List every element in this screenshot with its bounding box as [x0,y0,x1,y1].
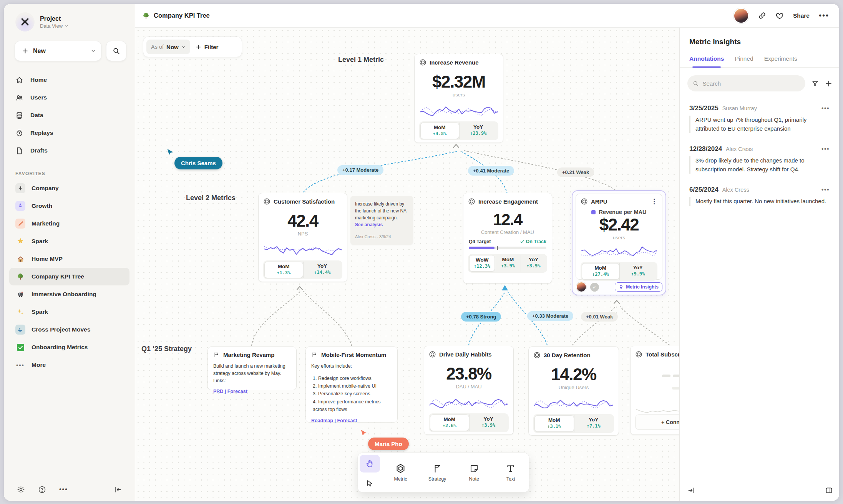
annotations-search[interactable] [687,75,805,91]
metric-value: 12.4 [468,211,547,229]
tool-strategy[interactable]: Strategy [419,453,456,492]
sidebar-search-button[interactable] [106,41,126,61]
star-icon [15,237,25,245]
sidebar-item-label: Company [32,185,59,192]
sidebar-item-spark[interactable]: Spark [9,232,129,250]
ellipsis-icon: ••• [15,362,25,368]
list-item: 1. Redesign core workflows [311,375,392,382]
note-author: Alex Cress - 3/9/24 [355,234,408,240]
sidebar-item-home-mvp[interactable]: Home MVP [9,250,129,268]
tab-experiments[interactable]: Experiments [764,55,797,67]
metric-card-30-day-retention[interactable]: 30 Day Retention 14.2% Unique Users MoM↑… [528,346,619,436]
stat-row: MoM↑27.4% YoY↑9.9% [581,262,657,281]
metric-insights-badge[interactable]: Metric Insights [615,282,662,292]
sidebar-item-company-kpi-tree[interactable]: Company KPI Tree [9,268,129,285]
annotation-text: ARPU went up 7% throughout Q1, primarily… [689,116,830,133]
copy-link-icon[interactable] [758,12,766,20]
annotation-item[interactable]: 12/28/2024 Alex Cress ••• 3% drop likely… [689,145,830,174]
chevron-down-icon[interactable] [91,48,96,53]
as-of-dropdown[interactable]: As of Now [146,40,190,54]
help-icon[interactable] [38,486,46,494]
favorite-heart-icon[interactable] [775,12,784,20]
new-button[interactable]: New [15,41,101,61]
tab-annotations[interactable]: Annotations [689,55,724,67]
sidebar-item-home[interactable]: Home [9,71,129,89]
stat-value: ↑3.9% [521,263,546,269]
sidebar-item-label: Replays [30,129,53,136]
stat-value: ↑2.6% [430,423,469,428]
sidebar-item-growth[interactable]: Growth [9,197,129,215]
filter-button[interactable]: Filter [196,44,219,50]
annotation-menu-icon[interactable]: ••• [821,105,830,112]
metric-card-arpu-selection-ring[interactable]: ARPU ⋮ Revenue per MAU $2.42 users MoM↑2… [572,190,666,295]
see-analysis-link[interactable]: See analysis [355,222,383,227]
stat-row: MoM↑1.3% YoY↑14.4% [263,260,342,279]
metric-icon [429,351,436,358]
annotation-author: Alex Cress [722,187,749,193]
flag-icon [311,351,318,358]
collapse-sidebar-icon[interactable] [114,486,122,494]
sidebar-item-label: Cross Project Moves [32,326,90,333]
sidebar-item-immersive-onboarding[interactable]: Immersive Onboarding [9,285,129,303]
target-marker [497,246,498,250]
stat-label: MoM [421,124,459,130]
sidebar-item-cross-project-moves[interactable]: Cross Project Moves [9,321,129,338]
stat-label: YoY [304,263,342,269]
new-button-label: New [33,48,81,55]
tool-note[interactable]: Note [456,453,493,492]
sidebar-item-data[interactable]: Data [9,106,129,124]
sidebar-item-spark-2[interactable]: Spark [9,303,129,321]
annotation-item[interactable]: 6/25/2024 Alex Cress ••• Mostly flat thi… [689,186,830,206]
tool-metric[interactable]: Metric [382,453,419,492]
add-annotation-icon[interactable] [825,80,832,87]
tab-pinned[interactable]: Pinned [735,55,753,67]
metric-card-customer-satisfaction[interactable]: Customer Satisfaction 42.4 NPS MoM↑1.3% … [258,193,347,282]
annotation-item[interactable]: 3/25/2025 Susan Murray ••• ARPU went up … [689,104,830,133]
metric-icon [419,59,426,66]
settings-gear-icon[interactable] [17,486,25,494]
strategy-card-marketing-revamp[interactable]: Marketing Revamp Build and launch a new … [207,346,297,390]
hand-tool[interactable] [360,455,380,472]
tool-text[interactable]: Text [492,453,529,492]
select-tool[interactable] [358,474,382,492]
collapse-panel-icon[interactable] [687,486,695,494]
metric-card-increase-revenue[interactable]: Increase Revenue $2.32M users MoM↑4.8% Y… [414,54,503,143]
card-menu-icon[interactable]: ⋮ [651,198,657,205]
metric-card-drive-daily-habbits[interactable]: Drive Daily Habbits 23.8% DAU / MAU MoM↑… [424,346,514,435]
sidebar-item-marketing[interactable]: Marketing [9,215,129,232]
note-links[interactable]: Roadmap | Forecast [311,418,392,423]
sidebar-item-drafts[interactable]: Drafts [9,142,129,159]
sidebar-item-label: Immersive Onboarding [32,291,96,298]
sidebar-item-onboarding-metrics[interactable]: Onboarding Metrics [9,338,129,356]
toggle-sidebar-icon[interactable] [825,486,833,494]
stat-row: MoM↑2.6% YoY↑3.9% [429,413,509,432]
sidebar-item-company[interactable]: Company [9,179,129,197]
note-links[interactable]: PRD | Forecast [213,389,291,394]
plus-icon [196,44,201,50]
metric-icon [533,351,541,359]
annotation-menu-icon[interactable]: ••• [821,186,830,193]
filter-funnel-icon[interactable] [811,80,819,87]
sidebar-item-more[interactable]: ••• More [9,356,129,374]
project-switcher[interactable]: Project Data View [4,4,135,32]
search-input[interactable] [702,80,800,87]
annotation-menu-icon[interactable]: ••• [821,146,830,153]
metric-card-increase-engagement[interactable]: Increase Engagement 12.4 Content Creatio… [463,193,552,284]
user-avatar[interactable] [733,8,749,23]
metric-unit: Content Creation / MAU [468,229,547,235]
skeleton [662,375,670,377]
metric-insights-panel: Metric Insights Annotations Pinned Exper… [679,28,839,501]
more-options-icon[interactable]: ••• [59,486,68,493]
strategy-card-mobile-first-momentum[interactable]: Mobile-First Momentum Key efforts includ… [305,346,398,423]
metric-card-arpu[interactable]: ARPU ⋮ Revenue per MAU $2.42 users MoM↑2… [576,194,662,280]
stat-value: ↑1.3% [265,270,303,275]
edge-label: +0.78 Strong [461,312,501,322]
sidebar-item-replays[interactable]: Replays [9,124,129,142]
tool-label: Strategy [428,476,446,482]
sidebar-item-users[interactable]: Users [9,89,129,106]
board-menu-icon[interactable]: ••• [819,11,829,20]
annotation-note[interactable]: Increase likely driven by the launch of … [350,196,413,245]
card-title: ARPU [591,198,607,205]
share-button[interactable]: Share [793,12,810,19]
annotation-author: Alex Cress [726,146,753,152]
